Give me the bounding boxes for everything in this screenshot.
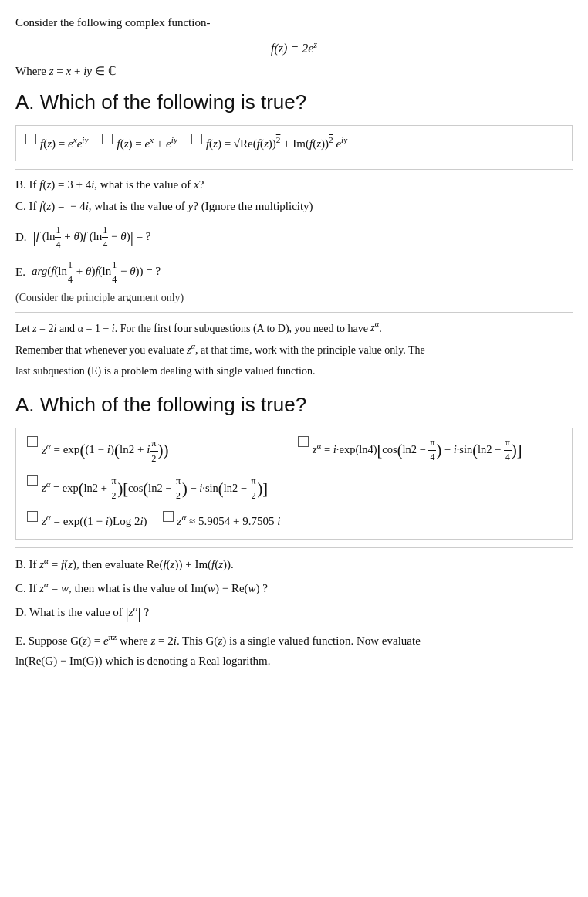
subq-e1-row: E. arg(f(ln14 + θ)f(ln14 − θ)) = ?	[15, 258, 573, 286]
option-a2-2-label: zα = i·exp(ln4)[cos(ln2 − π4) − i·sin(ln…	[313, 436, 522, 465]
divider-2	[15, 312, 573, 313]
context-line3: last subquestion (E) is a problem dealin…	[15, 363, 573, 379]
option-a2-3: zα = exp(ln2 + π2)[cos(ln2 − π2) − i·sin…	[27, 475, 561, 503]
subq-b1: B. If f(z) = 3 + 4i, what is the value o…	[15, 176, 573, 194]
option-a1-1: f(z) = exeiy	[25, 134, 88, 153]
section-a1-heading: A. Which of the following is true?	[15, 87, 573, 117]
subq-d1-label: D.	[15, 228, 27, 246]
where-z: Where z = x + iy ∈ ℂ	[15, 63, 573, 80]
option-a2-4: zα = exp((1 − i)Log 2i)	[27, 511, 147, 530]
subq-c1: C. If f(z) = − 4i, what is the value of …	[15, 198, 573, 215]
checkbox-a1-3[interactable]	[191, 134, 202, 144]
option-a2-5-label: zα ≈ 5.9054 + 9.7505 i	[177, 511, 281, 530]
option-a2-2: zα = i·exp(ln4)[cos(ln2 − π4) − i·sin(ln…	[298, 436, 561, 465]
main-formula: f(z) = 2ez	[15, 38, 573, 58]
option-a1-3: f(z) = √Re(f(z))2 + Im(f(z))2 eiy	[191, 134, 347, 153]
subq-e2: E. Suppose G(z) = eπz where z = 2i. This…	[15, 631, 573, 650]
checkbox-a2-3[interactable]	[27, 475, 38, 486]
subq-e2-line2: ln(Re(G) − Im(G)) which is denoting a Re…	[15, 652, 573, 670]
intro-line1: Consider the following complex function-	[15, 14, 573, 32]
option-a2-5: zα ≈ 5.9054 + 9.7505 i	[163, 511, 281, 530]
checkbox-a1-2[interactable]	[102, 134, 113, 144]
subq-e1-expr: arg(f(ln14 + θ)f(ln14 − θ)) = ?	[32, 258, 161, 286]
subq-e1-label: E.	[15, 263, 25, 281]
option-a1-2: f(z) = ex + eiy	[102, 134, 177, 153]
subq-d2: D. What is the value of |zα| ?	[15, 601, 573, 626]
checkbox-a2-4[interactable]	[27, 511, 38, 522]
subq-b2: B. If zα = f(z), then evaluate Re(f(z)) …	[15, 554, 573, 574]
checkbox-a1-1[interactable]	[25, 134, 36, 144]
checkbox-a2-2[interactable]	[298, 436, 309, 447]
checkbox-a2-1[interactable]	[27, 436, 38, 447]
options-grid: zα = exp((1 − i)(ln2 + iπ2)) zα = i·exp(…	[27, 436, 561, 465]
section-a2-heading: A. Which of the following is true?	[15, 390, 573, 420]
option-a1-3-label: f(z) = √Re(f(z))2 + Im(f(z))2 eiy	[206, 134, 347, 153]
subq-d1-expr: |f (ln14 + θ)f (ln14 − θ)| = ?	[33, 223, 151, 252]
context-line1: Let z = 2i and α = 1 − i. For the first …	[15, 319, 573, 337]
context-line2: Remember that whenever you evaluate zα, …	[15, 340, 573, 358]
subq-d1-row: D. |f (ln14 + θ)f (ln14 − θ)| = ?	[15, 223, 573, 252]
option-a1-2-label: f(z) = ex + eiy	[117, 134, 177, 153]
option-a2-1: zα = exp((1 − i)(ln2 + iπ2))	[27, 436, 290, 465]
option-a2-1-label: zα = exp((1 − i)(ln2 + iπ2))	[42, 436, 169, 465]
divider-1	[15, 169, 573, 170]
options-row-a1: f(z) = exeiy f(z) = ex + eiy f(z) = √Re(…	[15, 125, 573, 161]
options-block-a2: zα = exp((1 − i)(ln2 + iπ2)) zα = i·exp(…	[15, 428, 573, 540]
subq-c2: C. If zα = w, then what is the value of …	[15, 578, 573, 597]
option-a1-1-label: f(z) = exeiy	[40, 134, 88, 153]
option-a2-3-label: zα = exp(ln2 + π2)[cos(ln2 − π2) − i·sin…	[42, 475, 268, 503]
divider-3	[15, 547, 573, 548]
option-a2-4-label: zα = exp((1 − i)Log 2i)	[42, 511, 147, 530]
options-row-45: zα = exp((1 − i)Log 2i) zα ≈ 5.9054 + 9.…	[27, 511, 561, 530]
checkbox-a2-5[interactable]	[163, 511, 174, 522]
note-principle: (Consider the principle argument only)	[15, 289, 573, 306]
